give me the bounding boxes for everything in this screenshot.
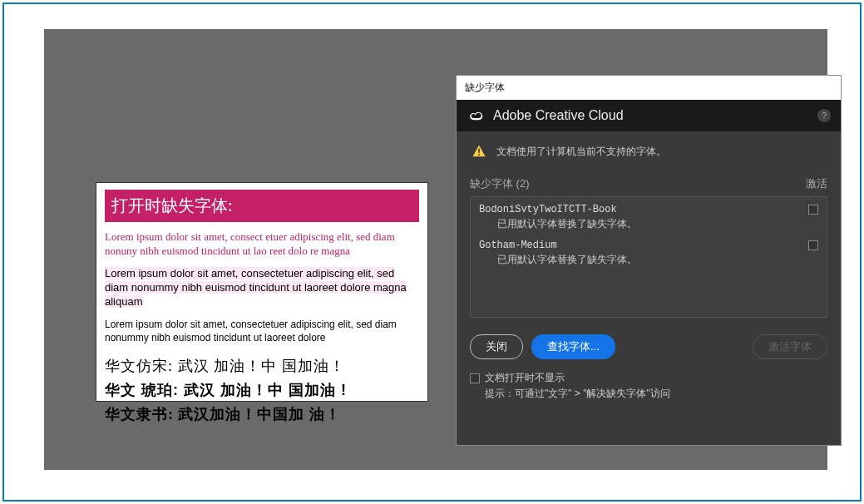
font-desc: 已用默认字体替换了缺失字体。 — [479, 253, 818, 267]
dialog-footer: 文档打开时不显示 提示：可通过"文字" > "解决缺失字体"访问 — [470, 359, 827, 401]
close-button[interactable]: 关闭 — [470, 334, 523, 359]
dialog-titlebar[interactable]: 缺少字体 — [457, 76, 841, 100]
warning-icon — [470, 143, 488, 160]
activate-fonts-button: 激活字体 — [753, 334, 827, 359]
activate-column-label: 激活 — [806, 176, 827, 191]
app-background: 打开时缺失字体: Lorem ipsum dolor sit amet, con… — [44, 29, 827, 470]
font-name: BodoniSvtyTwoITCTT-Book — [479, 204, 617, 215]
font-name: Gotham-Medium — [479, 240, 557, 251]
document-preview: 打开时缺失字体: Lorem ipsum dolor sit amet, con… — [96, 182, 428, 402]
font-desc: 已用默认字体替换了缺失字体。 — [479, 217, 818, 231]
svg-rect-0 — [478, 149, 480, 153]
list-header-label: 缺少字体 (2) — [470, 176, 530, 191]
cjk-sample-fangsong: 华文仿宋: 武汉 加油！中 国加油！ — [105, 357, 419, 376]
lorem-paragraph-2: Lorem ipsum dolor sit amet, consectetuer… — [105, 267, 419, 309]
svg-rect-1 — [478, 154, 480, 156]
document-title: 打开时缺失字体: — [105, 190, 419, 222]
dont-show-label: 文档打开时不显示 — [485, 371, 565, 385]
dialog-header-title: Adobe Creative Cloud — [493, 108, 809, 123]
dont-show-checkbox[interactable] — [470, 373, 480, 383]
dialog-header: Adobe Creative Cloud ? — [457, 100, 841, 131]
lorem-paragraph-1: Lorem ipsum dolor sit amet, consect etue… — [105, 230, 419, 259]
outer-frame: 打开时缺失字体: Lorem ipsum dolor sit amet, con… — [2, 2, 862, 502]
warning-text: 文档使用了计算机当前不支持的字体。 — [496, 145, 666, 159]
missing-fonts-dialog: 缺少字体 Adobe Creative Cloud ? 文档使用了计算机当前不支… — [456, 75, 842, 446]
font-list-header: 缺少字体 (2) 激活 — [470, 176, 827, 191]
help-icon[interactable]: ? — [817, 109, 831, 122]
lorem-paragraph-3: Lorem ipsum dolor sit amet, consectetuer… — [105, 319, 419, 344]
font-item: Gotham-Medium 已用默认字体替换了缺失字体。 — [479, 240, 818, 267]
activate-checkbox[interactable] — [808, 205, 818, 215]
font-item: BodoniSvtyTwoITCTT-Book 已用默认字体替换了缺失字体。 — [479, 204, 818, 231]
creative-cloud-icon — [467, 106, 485, 125]
cjk-sample-lishu: 华文隶书: 武汉加油！中国加 油！ — [105, 405, 419, 424]
dialog-body: 文档使用了计算机当前不支持的字体。 缺少字体 (2) 激活 BodoniSvty… — [457, 131, 841, 445]
warning-row: 文档使用了计算机当前不支持的字体。 — [470, 143, 827, 160]
dialog-actions: 关闭 查找字体... 激活字体 — [470, 334, 827, 359]
find-fonts-button[interactable]: 查找字体... — [531, 334, 615, 359]
footer-hint: 提示：可通过"文字" > "解决缺失字体"访问 — [470, 387, 827, 401]
activate-checkbox[interactable] — [808, 240, 818, 250]
cjk-sample-hupo: 华文 琥珀: 武汉 加油！中 国加油 ! — [105, 381, 419, 400]
font-list: BodoniSvtyTwoITCTT-Book 已用默认字体替换了缺失字体。 G… — [470, 196, 827, 318]
